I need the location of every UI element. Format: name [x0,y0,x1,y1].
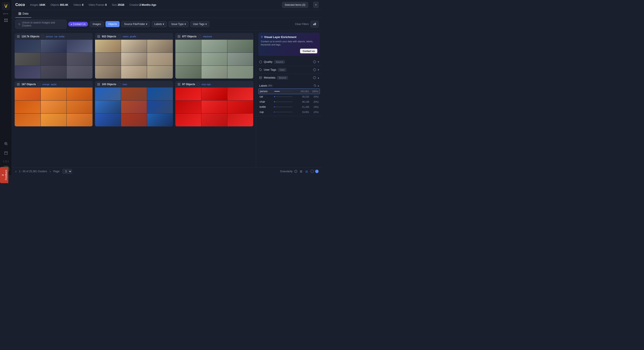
selected-items-button[interactable]: Selected Items (0) [282,2,308,8]
cluster-img-4-3[interactable] [67,88,92,100]
sidebar-item-explore[interactable] [2,140,10,147]
cluster-img-2-8[interactable] [121,66,147,79]
granularity-grid-icon[interactable]: ⊞ [299,169,303,173]
cluster-tag-train[interactable]: train [122,83,127,86]
cluster-img-3-5[interactable] [202,53,227,66]
cluster-tag-zebra[interactable]: zebra [122,35,128,38]
cluster-img-5-1[interactable] [95,88,121,100]
cluster-tag-car[interactable]: car [54,35,58,38]
labels-search-icon[interactable] [314,84,316,87]
label-row-cup[interactable]: cup 19,851 (2%) [258,109,320,115]
label-row-chair[interactable]: chair 38,138 (5%) [258,99,320,104]
cluster-tag-elephant[interactable]: elephant [203,35,212,38]
cluster-img-6-7[interactable] [176,113,201,126]
cluster-img-3-2[interactable] [202,40,227,53]
images-filter-btn[interactable]: Images [90,21,104,27]
cluster-img-1-3[interactable] [67,40,92,53]
cluster-img-6-9[interactable] [228,113,253,126]
objects-filter-btn[interactable]: Objects [106,21,120,27]
cluster-img-1-8[interactable] [41,66,66,79]
cluster-img-5-4[interactable] [95,100,121,113]
cluster-tag-apple[interactable]: apple [51,83,57,86]
cluster-img-2-9[interactable] [147,66,173,79]
cluster-img-6-5[interactable] [202,100,227,113]
cluster-img-4-5[interactable] [41,100,66,113]
cluster-img-4-8[interactable] [41,113,66,126]
cluster-img-1-9[interactable] [67,66,92,79]
cluster-img-6-2[interactable] [202,88,227,100]
user-tags-info-icon[interactable] [313,68,316,71]
cluster-checkbox-5[interactable] [118,83,121,86]
cluster-img-5-7[interactable] [95,113,121,126]
prev-page-button[interactable]: ‹ [15,169,16,173]
cluster-img-2-2[interactable] [121,40,147,53]
label-row-bottle[interactable]: bottle 21,105 (3%) [258,104,320,109]
cluster-img-3-9[interactable] [228,66,253,79]
cluster-img-5-9[interactable] [147,113,173,126]
tab-data[interactable]: Data [15,10,31,18]
cluster-img-1-7[interactable] [15,66,40,79]
cluster-img-6-6[interactable] [228,100,253,113]
cluster-img-1-1[interactable] [15,40,40,53]
cluster-img-5-2[interactable] [121,88,147,100]
granularity-circle-icon[interactable]: ◎ [304,169,309,173]
user-tags-chevron-icon[interactable]: ▾ [318,68,319,71]
quality-info-icon[interactable] [313,60,316,63]
user-tags-filter-btn[interactable]: User Tags ▾ [190,21,210,27]
cluster-tag-stop-sign[interactable]: stop sign [202,83,211,86]
next-page-button[interactable]: › [50,169,51,173]
chart-view-button[interactable] [310,21,318,28]
cluster-img-4-2[interactable] [41,88,66,100]
issue-type-filter-btn[interactable]: Issue Type ▾ [168,21,188,27]
granularity-radio-left[interactable] [310,170,314,173]
cluster-img-2-1[interactable] [95,40,121,53]
cluster-img-6-8[interactable] [202,113,227,126]
cluster-img-5-8[interactable] [121,113,147,126]
cluster-img-2-3[interactable] [147,40,173,53]
cluster-img-6-4[interactable] [176,100,201,113]
user-tags-section-header[interactable]: User Tags User ▾ [256,66,322,74]
cluster-img-2-7[interactable] [95,66,121,79]
cluster-img-3-1[interactable] [176,40,201,53]
cluster-img-3-3[interactable] [228,40,253,53]
page-selector[interactable]: 1 [62,169,72,174]
quality-chevron-icon[interactable]: ▾ [318,60,319,63]
cluster-img-3-8[interactable] [202,66,227,79]
metadata-chevron-icon[interactable]: ▴ [318,76,319,79]
cluster-img-3-7[interactable] [176,66,201,79]
cluster-img-1-5[interactable] [41,53,66,66]
clear-filters-button[interactable]: Clear Filters [295,23,309,26]
cluster-img-1-4[interactable] [15,53,40,66]
vle-contact-button[interactable]: Contact us [300,49,317,53]
granularity-info-icon[interactable] [294,170,297,173]
labels-collapse-icon[interactable]: ▴ [318,84,319,87]
cluster-img-5-3[interactable] [147,88,173,100]
cluster-img-4-1[interactable] [15,88,40,100]
cluster-img-4-7[interactable] [15,113,40,126]
selected-items-dropdown[interactable]: ▾ [313,2,318,8]
cluster-checkbox-4[interactable] [38,83,40,86]
quality-section-header[interactable]: Quality Source ▾ [256,58,322,66]
metadata-info-icon[interactable] [313,76,316,79]
cluster-checkbox-6[interactable] [197,83,200,86]
cluster-img-1-2[interactable] [41,40,66,53]
sidebar-item-grid[interactable] [2,17,10,24]
cluster-img-1-6[interactable] [67,53,92,66]
source-file-filter-btn[interactable]: Source File/Folder ▾ [121,21,150,27]
cluster-img-4-6[interactable] [67,100,92,113]
cluster-checkbox-1[interactable] [41,35,44,38]
cluster-img-5-5[interactable] [121,100,147,113]
labels-filter-btn[interactable]: Labels ▾ [152,21,167,27]
cluster-img-2-6[interactable] [147,53,173,66]
cluster-img-3-4[interactable] [176,53,201,66]
cluster-img-4-4[interactable] [15,100,40,113]
cluster-img-5-6[interactable] [147,100,173,113]
cluster-img-6-1[interactable] [176,88,201,100]
cluster-img-6-3[interactable] [228,88,253,100]
label-row-car[interactable]: car 39,232 (5%) [258,94,320,99]
label-row-person[interactable]: person 243,951 (30%) [258,89,320,94]
cluster-img-4-9[interactable] [67,113,92,126]
search-box[interactable]: Unlock to search Images and Clusters [15,20,66,29]
sidebar-item-book[interactable] [2,149,10,157]
cluster-tag-person[interactable]: person [46,35,53,38]
